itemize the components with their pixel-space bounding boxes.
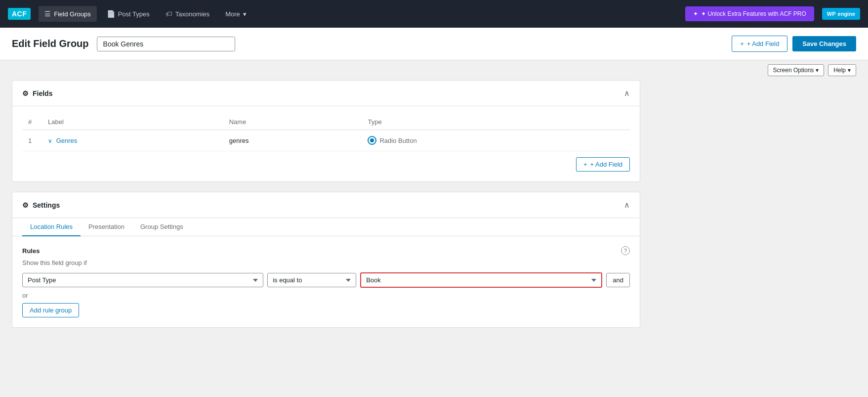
settings-panel-title: ⚙ Settings [22, 201, 60, 209]
settings-body: Rules ? Show this field group if Post Ty… [12, 236, 640, 327]
field-group-name-input[interactable] [97, 37, 235, 51]
tab-presentation-label: Presentation [88, 223, 124, 230]
field-number: 1 [22, 130, 42, 151]
page-title: Edit Field Group [12, 38, 89, 49]
wpengine-wp: WP [827, 11, 836, 17]
add-rule-group-label: Add rule group [30, 307, 72, 314]
nav-field-groups[interactable]: ☰ Field Groups [39, 6, 96, 22]
settings-panel-header: ⚙ Settings ∧ [12, 192, 640, 218]
settings-title-label: Settings [33, 201, 60, 209]
nav-post-types[interactable]: 📄 Post Types [101, 6, 156, 22]
field-expand-arrow-icon: ∨ [48, 137, 52, 144]
header-actions: + + Add Field Save Changes [732, 36, 856, 52]
fields-panel-title: ⚙ Fields [22, 89, 52, 97]
add-field-bottom-plus-icon: + [583, 161, 587, 168]
tab-presentation[interactable]: Presentation [81, 218, 132, 236]
post-types-icon: 📄 [107, 10, 115, 18]
help-dropdown-icon: ▾ [848, 67, 851, 74]
fields-table: # Label Name Type 1 ∨ Genres [22, 114, 630, 151]
or-label: or [22, 292, 630, 299]
table-row: 1 ∨ Genres genres Radio Button [22, 130, 630, 151]
fields-panel-header: ⚙ Fields ∧ [12, 81, 640, 106]
add-field-label: + Add Field [747, 40, 779, 47]
wpengine-text: engine [838, 11, 855, 17]
page-header: Edit Field Group + + Add Field Save Chan… [0, 28, 868, 60]
rule-value-select[interactable]: Book [360, 272, 602, 288]
nav-taxonomies-label: Taxonomies [175, 10, 209, 18]
nav-more[interactable]: More ▾ [219, 6, 252, 22]
help-circle-icon[interactable]: ? [621, 246, 630, 255]
fields-panel-collapse-button[interactable]: ∧ [624, 88, 630, 98]
radio-button-icon [368, 136, 376, 145]
screen-options-dropdown-icon: ▾ [816, 67, 819, 74]
help-button[interactable]: Help ▾ [828, 64, 856, 76]
settings-panel-collapse-button[interactable]: ∧ [624, 200, 630, 210]
screen-options-button[interactable]: Screen Options ▾ [768, 64, 825, 76]
unlock-icon: ✦ [693, 10, 698, 17]
help-label: Help [833, 67, 846, 74]
nav-more-label: More [225, 10, 240, 18]
tab-location-rules-label: Location Rules [30, 223, 73, 230]
main-content: ⚙ Fields ∧ # Label Name Type [0, 80, 652, 350]
nav-field-groups-label: Field Groups [54, 10, 90, 18]
acf-logo: ACF [8, 8, 31, 20]
add-field-bottom-button[interactable]: + + Add Field [576, 157, 630, 172]
tab-group-settings-label: Group Settings [140, 223, 183, 230]
taxonomies-icon: 🏷 [165, 10, 172, 18]
screen-options-bar: Screen Options ▾ Help ▾ [0, 60, 868, 80]
chevron-up-icon: ∧ [624, 89, 630, 97]
tab-location-rules[interactable]: Location Rules [22, 218, 81, 236]
add-field-bottom-label: + Add Field [590, 161, 622, 168]
add-field-bottom: + + Add Field [22, 151, 630, 174]
field-name-value: genres [229, 137, 249, 144]
top-navigation: ACF ☰ Field Groups 📄 Post Types 🏷 Taxono… [0, 0, 868, 28]
col-label: Label [42, 114, 223, 130]
settings-tabs: Location Rules Presentation Group Settin… [12, 218, 640, 236]
tab-group-settings[interactable]: Group Settings [132, 218, 191, 236]
unlock-label: ✦ Unlock Extra Features with ACF PRO [701, 10, 806, 17]
rule-operator-select[interactable]: is equal to [267, 273, 356, 287]
field-label-cell: ∨ Genres [42, 130, 223, 151]
unlock-acf-pro-button[interactable]: ✦ ✦ Unlock Extra Features with ACF PRO [685, 6, 814, 21]
add-field-plus-icon: + [740, 40, 744, 47]
field-label-link[interactable]: Genres [56, 137, 78, 144]
field-groups-icon: ☰ [44, 10, 51, 18]
save-changes-button[interactable]: Save Changes [792, 36, 856, 51]
field-name-cell: genres [223, 130, 362, 151]
wpengine-logo: WP engine [822, 8, 860, 20]
add-field-button[interactable]: + + Add Field [732, 36, 787, 52]
show-if-label: Show this field group if [22, 259, 630, 266]
col-name: Name [223, 114, 362, 130]
rule-row: Post Type is equal to Book and [22, 272, 630, 288]
nav-taxonomies[interactable]: 🏷 Taxonomies [160, 6, 215, 22]
settings-chevron-up-icon: ∧ [624, 201, 630, 209]
col-hash: # [22, 114, 42, 130]
settings-panel: ⚙ Settings ∧ Location Rules Presentation… [12, 192, 640, 328]
fields-gear-icon: ⚙ [22, 89, 29, 97]
field-type-label: Radio Button [379, 137, 416, 144]
settings-gear-icon: ⚙ [22, 201, 29, 209]
col-type: Type [362, 114, 630, 130]
save-changes-label: Save Changes [802, 40, 846, 47]
fields-panel: ⚙ Fields ∧ # Label Name Type [12, 80, 640, 182]
more-dropdown-icon: ▾ [243, 10, 247, 18]
rules-title: Rules [22, 247, 40, 255]
rule-post-type-select[interactable]: Post Type [22, 273, 263, 287]
fields-panel-body: # Label Name Type 1 ∨ Genres [12, 106, 640, 181]
field-type-icon: Radio Button [368, 136, 416, 145]
and-label: and [613, 276, 623, 284]
rules-header: Rules ? [22, 246, 630, 255]
and-button[interactable]: and [606, 273, 630, 287]
add-rule-group-button[interactable]: Add rule group [22, 303, 79, 317]
field-type-cell: Radio Button [362, 130, 630, 151]
nav-post-types-label: Post Types [118, 10, 150, 18]
fields-title-label: Fields [33, 89, 52, 97]
screen-options-label: Screen Options [773, 67, 814, 74]
fields-table-header-row: # Label Name Type [22, 114, 630, 130]
